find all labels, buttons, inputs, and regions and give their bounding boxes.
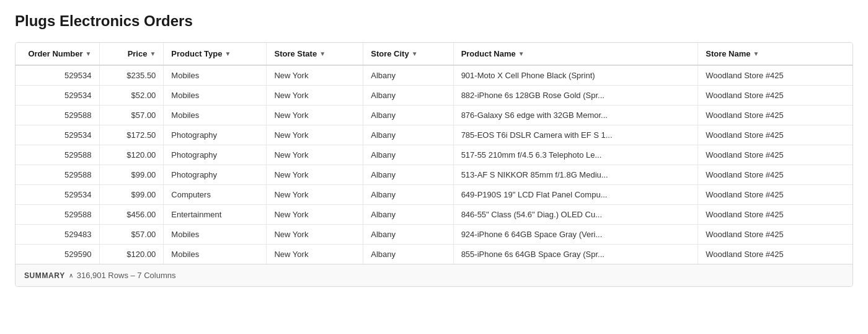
cell-store_state: New York: [267, 185, 363, 205]
sort-icon-store_state: ▼: [319, 50, 326, 57]
table-row: 529588$456.00EntertainmentNew YorkAlbany…: [16, 205, 852, 225]
table-row: 529588$120.00PhotographyNew YorkAlbany51…: [16, 145, 852, 165]
cell-store_name: Woodland Store #425: [698, 205, 852, 225]
table-row: 529534$99.00ComputersNew YorkAlbany649-P…: [16, 185, 852, 205]
summary-label: SUMMARY: [24, 271, 65, 280]
cell-store_state: New York: [267, 145, 363, 165]
cell-price: $99.00: [99, 165, 164, 185]
cell-price: $172.50: [99, 125, 164, 145]
cell-store_name: Woodland Store #425: [698, 65, 852, 86]
cell-product_type: Entertainment: [164, 205, 267, 225]
cell-store_name: Woodland Store #425: [698, 86, 852, 106]
cell-store_city: Albany: [363, 165, 453, 185]
cell-product_name: 649-P190S 19" LCD Flat Panel Compu...: [453, 185, 698, 205]
cell-order_number: 529534: [16, 185, 99, 205]
cell-store_city: Albany: [363, 106, 453, 125]
cell-store_state: New York: [267, 125, 363, 145]
cell-order_number: 529590: [16, 245, 99, 264]
cell-store_name: Woodland Store #425: [698, 145, 852, 165]
cell-order_number: 529483: [16, 225, 99, 245]
table-row: 529534$172.50PhotographyNew YorkAlbany78…: [16, 125, 852, 145]
cell-product_name: 513-AF S NIKKOR 85mm f/1.8G Mediu...: [453, 165, 698, 185]
table-row: 529588$99.00PhotographyNew YorkAlbany513…: [16, 165, 852, 185]
cell-store_name: Woodland Store #425: [698, 225, 852, 245]
table-row: 529483$57.00MobilesNew YorkAlbany924-iPh…: [16, 225, 852, 245]
sort-icon-order_number: ▼: [86, 50, 92, 57]
cell-store_state: New York: [267, 245, 363, 264]
sort-icon-price: ▼: [149, 50, 156, 57]
summary-bar: SUMMARY ∧ 316,901 Rows – 7 Columns: [16, 264, 852, 286]
sort-icon-store_name: ▼: [753, 50, 759, 57]
cell-store_name: Woodland Store #425: [698, 165, 852, 185]
cell-product_name: 876-Galaxy S6 edge with 32GB Memor...: [453, 106, 698, 125]
cell-product_type: Computers: [164, 185, 267, 205]
sort-icon-product_type: ▼: [224, 50, 231, 57]
cell-price: $52.00: [99, 86, 164, 106]
cell-order_number: 529588: [16, 145, 99, 165]
cell-price: $99.00: [99, 185, 164, 205]
cell-order_number: 529534: [16, 86, 99, 106]
cell-store_name: Woodland Store #425: [698, 125, 852, 145]
cell-product_name: 785-EOS T6i DSLR Camera with EF S 1...: [453, 125, 698, 145]
cell-price: $235.50: [99, 65, 164, 86]
cell-product_name: 846-55" Class (54.6" Diag.) OLED Cu...: [453, 205, 698, 225]
cell-product_name: 882-iPhone 6s 128GB Rose Gold (Spr...: [453, 86, 698, 106]
col-header-store_state[interactable]: Store State▼: [267, 43, 363, 65]
cell-product_type: Mobiles: [164, 225, 267, 245]
cell-store_name: Woodland Store #425: [698, 106, 852, 125]
cell-store_city: Albany: [363, 185, 453, 205]
cell-store_state: New York: [267, 205, 363, 225]
col-header-store_city[interactable]: Store City▼: [363, 43, 453, 65]
col-header-product_type[interactable]: Product Type▼: [164, 43, 267, 65]
cell-store_city: Albany: [363, 65, 453, 86]
col-header-store_name[interactable]: Store Name▼: [698, 43, 852, 65]
table-row: 529588$57.00MobilesNew YorkAlbany876-Gal…: [16, 106, 852, 125]
cell-store_name: Woodland Store #425: [698, 245, 852, 264]
cell-order_number: 529588: [16, 165, 99, 185]
sort-icon-product_name: ▼: [518, 50, 525, 57]
cell-product_name: 855-iPhone 6s 64GB Space Gray (Spr...: [453, 245, 698, 264]
cell-product_name: 924-iPhone 6 64GB Space Gray (Veri...: [453, 225, 698, 245]
cell-product_type: Mobiles: [164, 86, 267, 106]
cell-price: $456.00: [99, 205, 164, 225]
cell-product_type: Photography: [164, 125, 267, 145]
cell-store_state: New York: [267, 86, 363, 106]
cell-price: $57.00: [99, 225, 164, 245]
table-row: 529590$120.00MobilesNew YorkAlbany855-iP…: [16, 245, 852, 264]
cell-store_state: New York: [267, 225, 363, 245]
data-table: Order Number▼Price▼Product Type▼Store St…: [15, 42, 853, 287]
page-title: Plugs Electronics Orders: [15, 12, 853, 30]
cell-order_number: 529534: [16, 65, 99, 86]
cell-product_name: 517-55 210mm f/4.5 6.3 Telephoto Le...: [453, 145, 698, 165]
summary-chevron-icon: ∧: [69, 272, 73, 279]
table-row: 529534$52.00MobilesNew YorkAlbany882-iPh…: [16, 86, 852, 106]
cell-store_city: Albany: [363, 145, 453, 165]
cell-store_state: New York: [267, 65, 363, 86]
cell-product_type: Photography: [164, 165, 267, 185]
sort-icon-store_city: ▼: [412, 50, 418, 57]
table-row: 529534$235.50MobilesNew YorkAlbany901-Mo…: [16, 65, 852, 86]
cell-product_type: Mobiles: [164, 245, 267, 264]
cell-product_type: Mobiles: [164, 65, 267, 86]
cell-order_number: 529588: [16, 205, 99, 225]
cell-product_type: Photography: [164, 145, 267, 165]
cell-price: $120.00: [99, 145, 164, 165]
cell-order_number: 529588: [16, 106, 99, 125]
cell-store_state: New York: [267, 106, 363, 125]
cell-store_city: Albany: [363, 205, 453, 225]
cell-price: $120.00: [99, 245, 164, 264]
cell-order_number: 529534: [16, 125, 99, 145]
cell-product_type: Mobiles: [164, 106, 267, 125]
col-header-product_name[interactable]: Product Name▼: [453, 43, 698, 65]
cell-store_city: Albany: [363, 225, 453, 245]
cell-price: $57.00: [99, 106, 164, 125]
cell-product_name: 901-Moto X Cell Phone Black (Sprint): [453, 65, 698, 86]
cell-store_city: Albany: [363, 86, 453, 106]
summary-text: 316,901 Rows – 7 Columns: [77, 271, 176, 280]
cell-store_city: Albany: [363, 245, 453, 264]
cell-store_name: Woodland Store #425: [698, 185, 852, 205]
col-header-price[interactable]: Price▼: [99, 43, 164, 65]
cell-store_city: Albany: [363, 125, 453, 145]
cell-store_state: New York: [267, 165, 363, 185]
col-header-order_number[interactable]: Order Number▼: [16, 43, 99, 65]
